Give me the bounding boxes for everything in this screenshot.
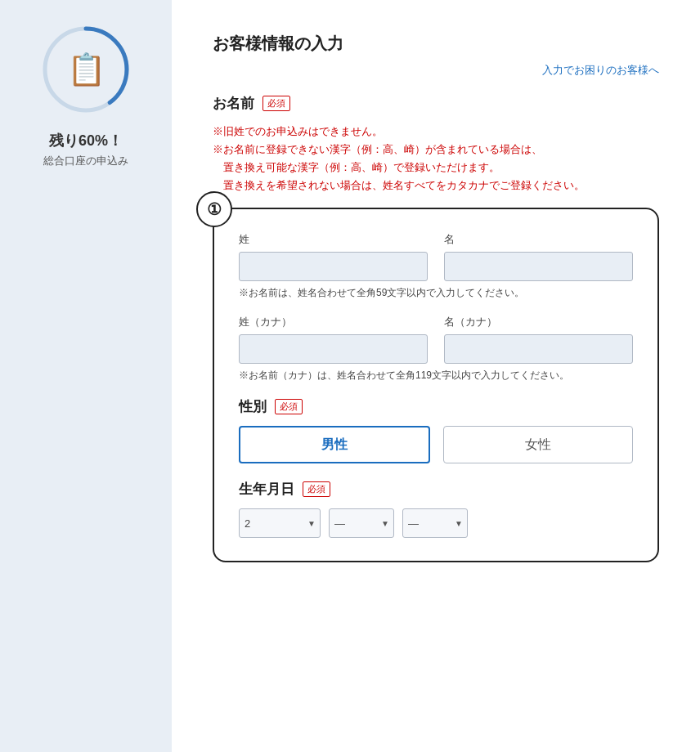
gender-title: 性別 [239,397,267,416]
sidebar-subtitle: 総合口座の申込み [43,154,128,168]
progress-text: 残り60%！ [49,131,123,150]
sidebar: 📋 残り60%！ 総合口座の申込み [0,0,172,752]
form-card: ① 姓 名 ※お名前は、姓名合わせて全角59文字以内で入力してください。 姓（カ… [213,208,659,562]
first-name-field: 名 [444,232,633,281]
last-name-kana-field: 姓（カナ） [239,315,428,364]
first-name-label: 名 [444,232,633,247]
sidebar-document-icon: 📋 [67,51,105,87]
year-select-wrapper: 2 [239,508,321,538]
progress-indicator: 📋 [41,25,131,114]
name-row: 姓 名 [239,232,633,281]
notice-line-1: ※旧姓でのお申込みはできません。 [213,123,659,141]
month-select[interactable]: — [329,508,394,538]
birth-section: 生年月日 必須 2 — — [239,480,633,538]
main-content: お客様情報の入力 入力でお困りのお客様へ お名前 必須 ※旧姓でのお申込みはでき… [172,0,700,752]
gender-required-badge: 必須 [275,399,303,414]
last-name-label: 姓 [239,232,428,247]
female-button[interactable]: 女性 [443,426,633,463]
first-name-kana-field: 名（カナ） [444,315,633,364]
gender-buttons: 男性 女性 [239,426,633,463]
last-name-kana-input[interactable] [239,334,428,364]
last-name-kana-label: 姓（カナ） [239,315,428,329]
gender-section: 性別 必須 男性 女性 [239,397,633,463]
notice-line-2: ※お名前に登録できない漢字（例：高、崎）が含まれている場合は、 [213,141,659,159]
day-select[interactable]: — [402,508,468,538]
kana-hint: ※お名前（カナ）は、姓名合わせて全角119文字以内で入力してください。 [239,369,633,383]
month-select-wrapper: — [329,508,394,538]
notice-line-3: 置き換え可能な漢字（例：高、崎）で登録いただけます。 [213,159,659,177]
notice-block: ※旧姓でのお申込みはできません。 ※お名前に登録できない漢字（例：高、崎）が含ま… [213,123,659,195]
day-select-wrapper: — [402,508,468,538]
male-button[interactable]: 男性 [239,426,430,463]
notice-line-4: 置き換えを希望されない場合は、姓名すべてをカタカナでご登録ください。 [213,177,659,195]
name-section-title: お名前 [213,94,254,113]
first-name-kana-input[interactable] [444,334,633,364]
name-hint: ※お名前は、姓名合わせて全角59文字以内で入力してください。 [239,286,633,300]
gender-header: 性別 必須 [239,397,633,416]
name-required-badge: 必須 [262,96,290,111]
birth-dropdowns: 2 — — [239,508,633,538]
last-name-input[interactable] [239,252,428,281]
birth-header: 生年月日 必須 [239,480,633,499]
name-section-header: お名前 必須 [213,94,659,113]
birth-title: 生年月日 [239,480,294,499]
year-select[interactable]: 2 [239,508,321,538]
kana-row: 姓（カナ） 名（カナ） [239,315,633,364]
page-title: お客様情報の入力 [213,33,659,55]
first-name-kana-label: 名（カナ） [444,315,633,329]
last-name-field: 姓 [239,232,428,281]
first-name-input[interactable] [444,252,633,281]
help-link[interactable]: 入力でお困りのお客様へ [542,64,659,76]
step-circle: ① [196,191,232,227]
birth-required-badge: 必須 [303,481,330,497]
